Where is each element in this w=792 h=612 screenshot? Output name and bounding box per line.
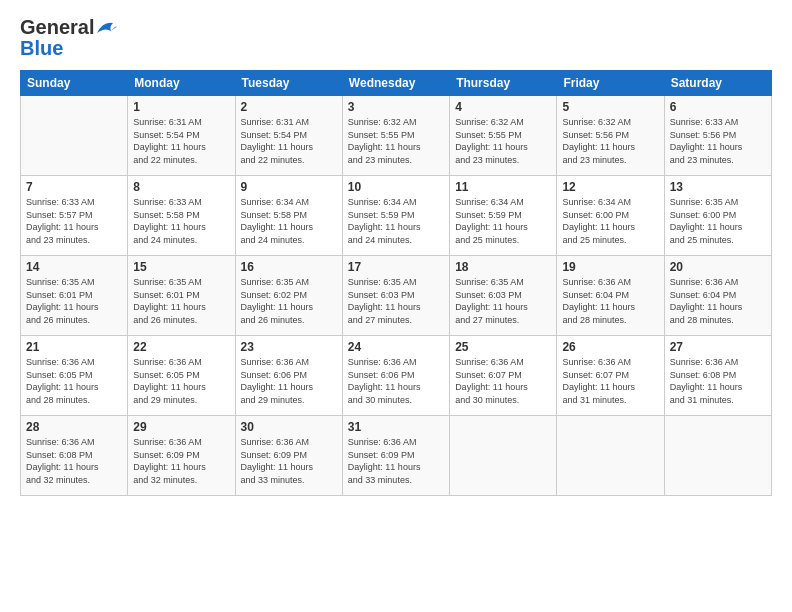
page: General Blue SundayMondayTuesdayWednesda…	[0, 0, 792, 612]
cell-content: Sunrise: 6:34 AM Sunset: 5:59 PM Dayligh…	[348, 196, 444, 246]
day-number: 31	[348, 420, 444, 434]
day-number: 29	[133, 420, 229, 434]
cell-content: Sunrise: 6:31 AM Sunset: 5:54 PM Dayligh…	[133, 116, 229, 166]
calendar-cell: 7Sunrise: 6:33 AM Sunset: 5:57 PM Daylig…	[21, 176, 128, 256]
day-number: 25	[455, 340, 551, 354]
day-number: 11	[455, 180, 551, 194]
cell-content: Sunrise: 6:36 AM Sunset: 6:09 PM Dayligh…	[133, 436, 229, 486]
week-row-5: 28Sunrise: 6:36 AM Sunset: 6:08 PM Dayli…	[21, 416, 772, 496]
calendar-cell: 4Sunrise: 6:32 AM Sunset: 5:55 PM Daylig…	[450, 96, 557, 176]
calendar-cell: 8Sunrise: 6:33 AM Sunset: 5:58 PM Daylig…	[128, 176, 235, 256]
cell-content: Sunrise: 6:36 AM Sunset: 6:07 PM Dayligh…	[562, 356, 658, 406]
calendar-cell: 3Sunrise: 6:32 AM Sunset: 5:55 PM Daylig…	[342, 96, 449, 176]
week-row-1: 1Sunrise: 6:31 AM Sunset: 5:54 PM Daylig…	[21, 96, 772, 176]
cell-content: Sunrise: 6:36 AM Sunset: 6:05 PM Dayligh…	[26, 356, 122, 406]
day-number: 18	[455, 260, 551, 274]
cell-content: Sunrise: 6:35 AM Sunset: 6:03 PM Dayligh…	[348, 276, 444, 326]
week-row-2: 7Sunrise: 6:33 AM Sunset: 5:57 PM Daylig…	[21, 176, 772, 256]
calendar-cell: 18Sunrise: 6:35 AM Sunset: 6:03 PM Dayli…	[450, 256, 557, 336]
calendar-cell: 2Sunrise: 6:31 AM Sunset: 5:54 PM Daylig…	[235, 96, 342, 176]
day-number: 2	[241, 100, 337, 114]
day-number: 7	[26, 180, 122, 194]
day-number: 26	[562, 340, 658, 354]
header-cell-tuesday: Tuesday	[235, 71, 342, 96]
logo-bird-icon	[95, 19, 117, 37]
cell-content: Sunrise: 6:36 AM Sunset: 6:04 PM Dayligh…	[670, 276, 766, 326]
calendar-cell: 17Sunrise: 6:35 AM Sunset: 6:03 PM Dayli…	[342, 256, 449, 336]
cell-content: Sunrise: 6:36 AM Sunset: 6:05 PM Dayligh…	[133, 356, 229, 406]
cell-content: Sunrise: 6:34 AM Sunset: 5:58 PM Dayligh…	[241, 196, 337, 246]
day-number: 1	[133, 100, 229, 114]
header-cell-saturday: Saturday	[664, 71, 771, 96]
day-number: 3	[348, 100, 444, 114]
cell-content: Sunrise: 6:36 AM Sunset: 6:06 PM Dayligh…	[241, 356, 337, 406]
day-number: 6	[670, 100, 766, 114]
calendar-cell: 9Sunrise: 6:34 AM Sunset: 5:58 PM Daylig…	[235, 176, 342, 256]
cell-content: Sunrise: 6:36 AM Sunset: 6:06 PM Dayligh…	[348, 356, 444, 406]
logo: General Blue	[20, 16, 118, 60]
cell-content: Sunrise: 6:36 AM Sunset: 6:07 PM Dayligh…	[455, 356, 551, 406]
calendar-cell: 22Sunrise: 6:36 AM Sunset: 6:05 PM Dayli…	[128, 336, 235, 416]
cell-content: Sunrise: 6:32 AM Sunset: 5:55 PM Dayligh…	[455, 116, 551, 166]
logo-wordmark: General	[20, 16, 118, 39]
header-cell-wednesday: Wednesday	[342, 71, 449, 96]
cell-content: Sunrise: 6:36 AM Sunset: 6:09 PM Dayligh…	[241, 436, 337, 486]
calendar-cell: 5Sunrise: 6:32 AM Sunset: 5:56 PM Daylig…	[557, 96, 664, 176]
calendar-cell: 6Sunrise: 6:33 AM Sunset: 5:56 PM Daylig…	[664, 96, 771, 176]
day-number: 27	[670, 340, 766, 354]
cell-content: Sunrise: 6:35 AM Sunset: 6:03 PM Dayligh…	[455, 276, 551, 326]
calendar-cell: 29Sunrise: 6:36 AM Sunset: 6:09 PM Dayli…	[128, 416, 235, 496]
cell-content: Sunrise: 6:35 AM Sunset: 6:01 PM Dayligh…	[26, 276, 122, 326]
day-number: 17	[348, 260, 444, 274]
header-cell-friday: Friday	[557, 71, 664, 96]
cell-content: Sunrise: 6:35 AM Sunset: 6:01 PM Dayligh…	[133, 276, 229, 326]
day-number: 13	[670, 180, 766, 194]
day-number: 28	[26, 420, 122, 434]
header-cell-monday: Monday	[128, 71, 235, 96]
calendar-cell: 11Sunrise: 6:34 AM Sunset: 5:59 PM Dayli…	[450, 176, 557, 256]
calendar-cell: 12Sunrise: 6:34 AM Sunset: 6:00 PM Dayli…	[557, 176, 664, 256]
week-row-3: 14Sunrise: 6:35 AM Sunset: 6:01 PM Dayli…	[21, 256, 772, 336]
header: General Blue	[20, 16, 772, 60]
day-number: 5	[562, 100, 658, 114]
calendar-cell	[450, 416, 557, 496]
calendar-cell: 19Sunrise: 6:36 AM Sunset: 6:04 PM Dayli…	[557, 256, 664, 336]
calendar-cell: 21Sunrise: 6:36 AM Sunset: 6:05 PM Dayli…	[21, 336, 128, 416]
cell-content: Sunrise: 6:32 AM Sunset: 5:55 PM Dayligh…	[348, 116, 444, 166]
calendar-cell: 26Sunrise: 6:36 AM Sunset: 6:07 PM Dayli…	[557, 336, 664, 416]
day-number: 24	[348, 340, 444, 354]
header-cell-thursday: Thursday	[450, 71, 557, 96]
cell-content: Sunrise: 6:36 AM Sunset: 6:08 PM Dayligh…	[670, 356, 766, 406]
calendar-cell: 31Sunrise: 6:36 AM Sunset: 6:09 PM Dayli…	[342, 416, 449, 496]
calendar-cell: 10Sunrise: 6:34 AM Sunset: 5:59 PM Dayli…	[342, 176, 449, 256]
day-number: 9	[241, 180, 337, 194]
calendar-cell: 13Sunrise: 6:35 AM Sunset: 6:00 PM Dayli…	[664, 176, 771, 256]
cell-content: Sunrise: 6:35 AM Sunset: 6:00 PM Dayligh…	[670, 196, 766, 246]
cell-content: Sunrise: 6:33 AM Sunset: 5:57 PM Dayligh…	[26, 196, 122, 246]
calendar-cell: 1Sunrise: 6:31 AM Sunset: 5:54 PM Daylig…	[128, 96, 235, 176]
cell-content: Sunrise: 6:36 AM Sunset: 6:08 PM Dayligh…	[26, 436, 122, 486]
calendar-cell: 30Sunrise: 6:36 AM Sunset: 6:09 PM Dayli…	[235, 416, 342, 496]
calendar-cell: 20Sunrise: 6:36 AM Sunset: 6:04 PM Dayli…	[664, 256, 771, 336]
cell-content: Sunrise: 6:36 AM Sunset: 6:09 PM Dayligh…	[348, 436, 444, 486]
cell-content: Sunrise: 6:33 AM Sunset: 5:58 PM Dayligh…	[133, 196, 229, 246]
week-row-4: 21Sunrise: 6:36 AM Sunset: 6:05 PM Dayli…	[21, 336, 772, 416]
calendar-cell: 28Sunrise: 6:36 AM Sunset: 6:08 PM Dayli…	[21, 416, 128, 496]
day-number: 10	[348, 180, 444, 194]
day-number: 12	[562, 180, 658, 194]
calendar-cell: 23Sunrise: 6:36 AM Sunset: 6:06 PM Dayli…	[235, 336, 342, 416]
day-number: 16	[241, 260, 337, 274]
calendar-cell: 16Sunrise: 6:35 AM Sunset: 6:02 PM Dayli…	[235, 256, 342, 336]
day-number: 30	[241, 420, 337, 434]
cell-content: Sunrise: 6:36 AM Sunset: 6:04 PM Dayligh…	[562, 276, 658, 326]
cell-content: Sunrise: 6:32 AM Sunset: 5:56 PM Dayligh…	[562, 116, 658, 166]
cell-content: Sunrise: 6:34 AM Sunset: 6:00 PM Dayligh…	[562, 196, 658, 246]
day-number: 22	[133, 340, 229, 354]
day-number: 8	[133, 180, 229, 194]
cell-content: Sunrise: 6:34 AM Sunset: 5:59 PM Dayligh…	[455, 196, 551, 246]
day-number: 15	[133, 260, 229, 274]
calendar-cell: 24Sunrise: 6:36 AM Sunset: 6:06 PM Dayli…	[342, 336, 449, 416]
day-number: 20	[670, 260, 766, 274]
calendar-cell	[21, 96, 128, 176]
logo-general-text: General	[20, 16, 94, 39]
